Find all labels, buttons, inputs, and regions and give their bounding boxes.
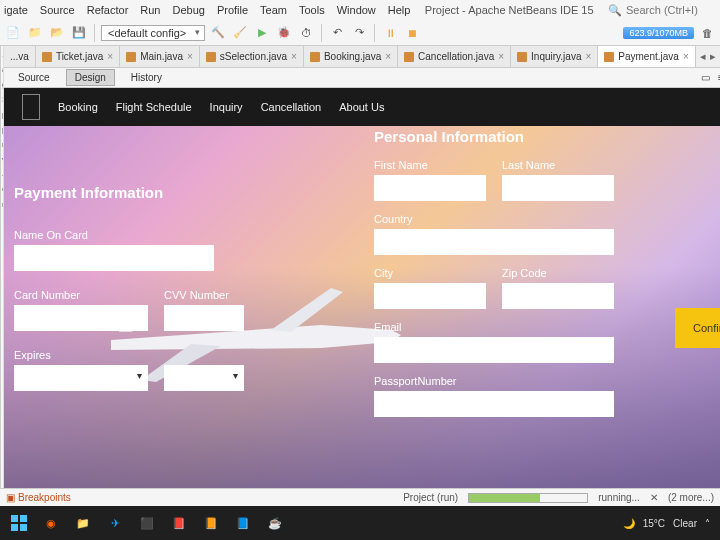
country-input[interactable] xyxy=(374,229,614,255)
menu-item[interactable]: igate xyxy=(4,4,28,16)
svg-rect-0 xyxy=(11,515,18,522)
taskbar-app-icon[interactable]: ⬛ xyxy=(132,509,162,537)
cvv-input[interactable] xyxy=(164,305,244,331)
city-input[interactable] xyxy=(374,283,486,309)
editor-tab[interactable]: sSelection.java× xyxy=(200,46,304,67)
run-config-dropdown[interactable]: <default config> xyxy=(101,25,205,41)
menu-item[interactable]: Window xyxy=(337,4,376,16)
taskbar-app-icon[interactable]: 📁 xyxy=(68,509,98,537)
design-canvas[interactable]: Booking Flight Schedule Inquiry Cancella… xyxy=(4,88,720,488)
open-icon[interactable]: 📂 xyxy=(48,24,66,42)
selection-icon[interactable]: ▭ xyxy=(701,72,710,83)
system-tray[interactable]: 🌙 15°C Clear ˄ xyxy=(623,518,716,529)
nav-link[interactable]: Booking xyxy=(58,101,98,113)
nav-link[interactable]: Cancellation xyxy=(261,101,322,113)
editor-tab-active[interactable]: Payment.java× xyxy=(598,46,695,67)
source-view-button[interactable]: Source xyxy=(10,70,58,85)
more-tasks-link[interactable]: (2 more...) xyxy=(668,492,714,503)
close-icon[interactable]: × xyxy=(291,51,297,62)
stop-icon[interactable]: ⏹ xyxy=(403,24,421,42)
last-name-input[interactable] xyxy=(502,175,614,201)
tab-right-icon[interactable]: ▸ xyxy=(710,50,716,63)
java-icon xyxy=(404,52,414,62)
menu-item[interactable]: Refactor xyxy=(87,4,129,16)
clean-build-icon[interactable]: 🧹 xyxy=(231,24,249,42)
close-icon[interactable]: × xyxy=(107,51,113,62)
profile-icon[interactable]: ⏱ xyxy=(297,24,315,42)
passport-label: PassportNumber xyxy=(374,375,614,387)
menu-item[interactable]: Source xyxy=(40,4,75,16)
redo-icon[interactable]: ↷ xyxy=(350,24,368,42)
close-icon[interactable]: × xyxy=(585,51,591,62)
pause-icon[interactable]: ⏸ xyxy=(381,24,399,42)
java-icon xyxy=(126,52,136,62)
nav-link[interactable]: About Us xyxy=(339,101,384,113)
view-switch: Source Design History ▭ ≡ xyxy=(4,68,720,88)
editor-area: ...va Ticket.java× Main.java× sSelection… xyxy=(4,46,720,488)
java-icon xyxy=(517,52,527,62)
global-search[interactable]: 🔍 xyxy=(608,4,716,17)
editor-tab[interactable]: ...va xyxy=(4,46,36,67)
first-name-input[interactable] xyxy=(374,175,486,201)
editor-tab[interactable]: Main.java× xyxy=(120,46,200,67)
taskbar-app-icon[interactable]: 📕 xyxy=(164,509,194,537)
run-icon[interactable]: ▶ xyxy=(253,24,271,42)
editor-tab[interactable]: Ticket.java× xyxy=(36,46,120,67)
card-number-input[interactable] xyxy=(14,305,148,331)
menu-item[interactable]: Help xyxy=(388,4,411,16)
editor-tab[interactable]: Booking.java× xyxy=(304,46,398,67)
expires-month-select[interactable] xyxy=(14,365,148,391)
close-icon[interactable]: × xyxy=(683,51,689,62)
debug-icon[interactable]: 🐞 xyxy=(275,24,293,42)
design-view-button[interactable]: Design xyxy=(66,69,115,86)
expires-year-select[interactable] xyxy=(164,365,244,391)
email-label: Email xyxy=(374,321,614,333)
search-input[interactable] xyxy=(626,4,716,16)
svg-rect-2 xyxy=(11,524,18,531)
menu-item[interactable]: Run xyxy=(140,4,160,16)
taskbar-app-icon[interactable]: 📘 xyxy=(228,509,258,537)
menu-item[interactable]: Debug xyxy=(172,4,204,16)
personal-section: Personal Information First Name Last Nam… xyxy=(374,128,614,417)
taskbar-app-icon[interactable]: ✈ xyxy=(100,509,130,537)
history-view-button[interactable]: History xyxy=(123,70,170,85)
menu-item[interactable]: Team xyxy=(260,4,287,16)
close-icon[interactable]: × xyxy=(385,51,391,62)
close-icon[interactable]: × xyxy=(498,51,504,62)
main-area: ...va ava g 3 pg pg ng va - Ab C Drive r… xyxy=(0,46,720,488)
nav-link[interactable]: Flight Schedule xyxy=(116,101,192,113)
tab-left-icon[interactable]: ◂ xyxy=(700,50,706,63)
confirm-purchase-button[interactable]: Confirm Pur xyxy=(675,308,720,348)
card-number-label: Card Number xyxy=(14,289,148,301)
expires-label: Expires xyxy=(14,349,244,361)
cancel-task-icon[interactable]: ✕ xyxy=(650,492,658,503)
nav-link[interactable]: Inquiry xyxy=(210,101,243,113)
build-icon[interactable]: 🔨 xyxy=(209,24,227,42)
editor-tabs: ...va Ticket.java× Main.java× sSelection… xyxy=(4,46,720,68)
new-file-icon[interactable]: 📄 xyxy=(4,24,22,42)
menu-item[interactable]: Profile xyxy=(217,4,248,16)
chevron-up-icon[interactable]: ˄ xyxy=(705,518,710,529)
undo-icon[interactable]: ↶ xyxy=(328,24,346,42)
breakpoints-tab[interactable]: ▣Breakpoints xyxy=(6,492,71,503)
email-input[interactable] xyxy=(374,337,614,363)
taskbar-app-icon[interactable]: ☕ xyxy=(260,509,290,537)
editor-tab[interactable]: Cancellation.java× xyxy=(398,46,511,67)
taskbar-app-icon[interactable]: 📙 xyxy=(196,509,226,537)
name-on-card-input[interactable] xyxy=(14,245,214,271)
tab-nav: ◂ ▸ ▾ xyxy=(696,46,720,67)
new-project-icon[interactable]: 📁 xyxy=(26,24,44,42)
cvv-label: CVV Number xyxy=(164,289,244,301)
save-all-icon[interactable]: 💾 xyxy=(70,24,88,42)
close-icon[interactable]: × xyxy=(187,51,193,62)
memory-gauge[interactable]: 623.9/1070MB xyxy=(623,27,694,39)
passport-input[interactable] xyxy=(374,391,614,417)
taskbar-app-icon[interactable]: ◉ xyxy=(36,509,66,537)
gc-icon[interactable]: 🗑 xyxy=(698,24,716,42)
start-button[interactable] xyxy=(4,509,34,537)
running-label: running... xyxy=(598,492,640,503)
app-navbar: Booking Flight Schedule Inquiry Cancella… xyxy=(4,88,720,126)
editor-tab[interactable]: Inquiry.java× xyxy=(511,46,598,67)
menu-item[interactable]: Tools xyxy=(299,4,325,16)
zip-input[interactable] xyxy=(502,283,614,309)
